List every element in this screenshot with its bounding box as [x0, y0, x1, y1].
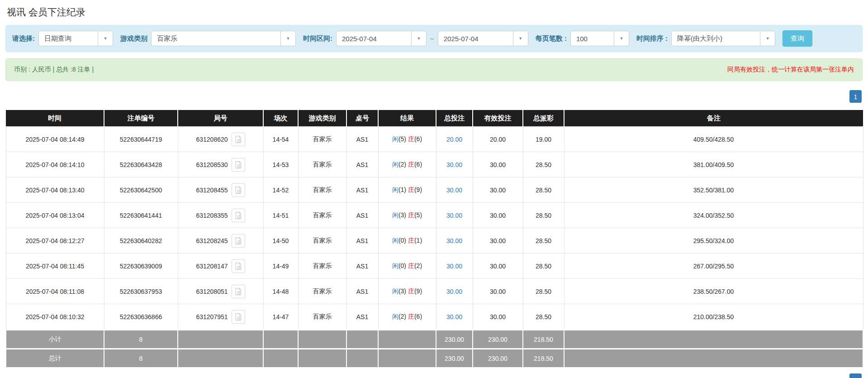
cell-time: 2025-07-04 08:12:27 [6, 228, 104, 254]
footer-empty-cell [263, 349, 298, 368]
column-header: 总投注 [436, 110, 473, 127]
table-header: 时间注单编号局号场次游戏类别桌号结果总投注有效投注总派彩备注 [6, 110, 863, 127]
banker-result-label: 庄 [408, 313, 414, 320]
table-row: 2025-07-04 08:12:27522630640282631208245… [6, 228, 863, 254]
banker-result-label: 庄 [408, 161, 414, 168]
cell-table-number: AS1 [346, 203, 378, 228]
cell-game-type: 百家乐 [298, 177, 346, 203]
per-page-select[interactable]: 100 ▼ [570, 31, 629, 46]
banker-result-value: (1) [414, 237, 422, 244]
info-bar: 币别 : 人民币 | 总共 :8 注单 | 同局有效投注，统一计算在该局第一张注… [5, 58, 863, 81]
column-header: 时间 [6, 110, 104, 127]
cell-bet-number: 522630636866 [104, 304, 178, 330]
cell-round-number: 631208455 [178, 177, 263, 203]
total-bet-link[interactable]: 30.00 [446, 212, 462, 219]
cell-total-bet: 30.00 [436, 304, 473, 330]
cell-round-number: 631208355 [178, 203, 263, 228]
cell-time: 2025-07-04 08:10:32 [6, 304, 104, 330]
cell-round-number: 631208147 [178, 254, 263, 279]
column-header: 游戏类别 [298, 110, 346, 127]
subtotal-row: 小计8230.00230.00218.50 [6, 330, 863, 349]
video-replay-button[interactable] [232, 209, 245, 222]
page-1-button[interactable]: 1 [849, 90, 862, 103]
total-bet-link[interactable]: 30.00 [446, 288, 462, 295]
player-result-label: 闲 [392, 135, 398, 143]
cell-bet-number: 522630643428 [104, 152, 178, 177]
cell-bet-number: 522630642500 [104, 177, 178, 203]
footer-valid-bet: 230.00 [473, 330, 523, 349]
bet-records-table: 时间注单编号局号场次游戏类别桌号结果总投注有效投注总派彩备注 2025-07-0… [5, 110, 863, 368]
video-replay-button[interactable] [232, 259, 245, 273]
cell-session: 14-48 [263, 279, 298, 304]
player-result-label: 闲 [392, 237, 398, 244]
date-from-select[interactable]: 2025-07-04 ▼ [336, 31, 427, 46]
round-number: 631208620 [196, 136, 228, 143]
search-button[interactable]: 查询 [783, 30, 812, 47]
player-result-value: (1) [398, 186, 406, 193]
cell-remark: 381.00/409.50 [564, 152, 863, 177]
cell-bet-number: 522630641441 [104, 203, 178, 228]
cell-valid-bet: 30.00 [473, 203, 523, 228]
player-result-value: (5) [398, 135, 406, 143]
sort-value: 降幂(由大到小) [672, 34, 722, 43]
cell-total-payout: 28.50 [523, 152, 564, 177]
game-type-value: 百家乐 [152, 34, 177, 43]
cell-time: 2025-07-04 08:11:45 [6, 254, 104, 279]
round-number: 631208051 [196, 288, 228, 295]
notice-text: 同局有效投注，统一计算在该局第一张注单内 [727, 66, 854, 74]
cell-valid-bet: 30.00 [473, 228, 523, 254]
total-bet-link[interactable]: 30.00 [446, 161, 462, 168]
cell-valid-bet: 30.00 [473, 177, 523, 203]
table-row: 2025-07-04 08:11:08522630637953631208051… [6, 279, 863, 304]
video-icon [234, 211, 242, 220]
table-row: 2025-07-04 08:11:45522630639009631208147… [6, 254, 863, 279]
column-header: 局号 [178, 110, 263, 127]
column-header: 总派彩 [523, 110, 564, 127]
query-type-label: 请选择: [12, 34, 35, 43]
footer-label: 总计 [6, 349, 104, 368]
cell-valid-bet: 30.00 [473, 279, 523, 304]
total-bet-link[interactable]: 20.00 [446, 136, 462, 143]
round-number: 631208147 [196, 263, 228, 270]
column-header: 结果 [378, 110, 436, 127]
cell-total-bet: 20.00 [436, 127, 473, 152]
banker-result-value: (6) [414, 135, 422, 143]
video-replay-button[interactable] [232, 183, 245, 197]
banker-result-label: 庄 [408, 237, 414, 244]
cell-time: 2025-07-04 08:11:08 [6, 279, 104, 304]
footer-empty-cell [298, 349, 346, 368]
page-1-button[interactable]: 1 [849, 373, 862, 378]
footer-empty-cell [564, 349, 863, 368]
caret-down-icon: ▼ [280, 31, 295, 46]
video-replay-button[interactable] [232, 285, 245, 298]
footer-empty-cell [178, 330, 263, 349]
cell-total-payout: 28.50 [523, 279, 564, 304]
game-type-select[interactable]: 百家乐 ▼ [151, 31, 296, 46]
caret-down-icon: ▼ [411, 31, 426, 46]
query-type-select[interactable]: 日期查询 ▼ [38, 31, 113, 46]
total-bet-link[interactable]: 30.00 [446, 187, 462, 194]
cell-round-number: 631208620 [178, 127, 263, 152]
video-icon [234, 135, 242, 144]
sort-select[interactable]: 降幂(由大到小) ▼ [671, 31, 775, 46]
player-result-value: (3) [398, 287, 406, 295]
column-header: 场次 [263, 110, 298, 127]
total-bet-link[interactable]: 30.00 [446, 313, 462, 321]
video-replay-button[interactable] [232, 158, 245, 172]
total-bet-link[interactable]: 30.00 [446, 263, 462, 270]
cell-game-type: 百家乐 [298, 254, 346, 279]
player-result-value: (2) [398, 161, 406, 168]
cell-bet-number: 522630640282 [104, 228, 178, 254]
cell-round-number: 631208245 [178, 228, 263, 254]
cell-total-bet: 30.00 [436, 177, 473, 203]
date-to-select[interactable]: 2025-07-04 ▼ [438, 31, 528, 46]
video-replay-button[interactable] [232, 133, 245, 146]
video-icon [234, 262, 242, 270]
cell-total-payout: 28.50 [523, 254, 564, 279]
video-replay-button[interactable] [232, 310, 245, 324]
player-result-label: 闲 [392, 262, 398, 269]
currency-summary: 币别 : 人民币 | 总共 :8 注单 | [14, 66, 94, 74]
video-replay-button[interactable] [232, 234, 245, 248]
game-type-label: 游戏类别 [120, 34, 147, 43]
total-bet-link[interactable]: 30.00 [446, 237, 462, 244]
